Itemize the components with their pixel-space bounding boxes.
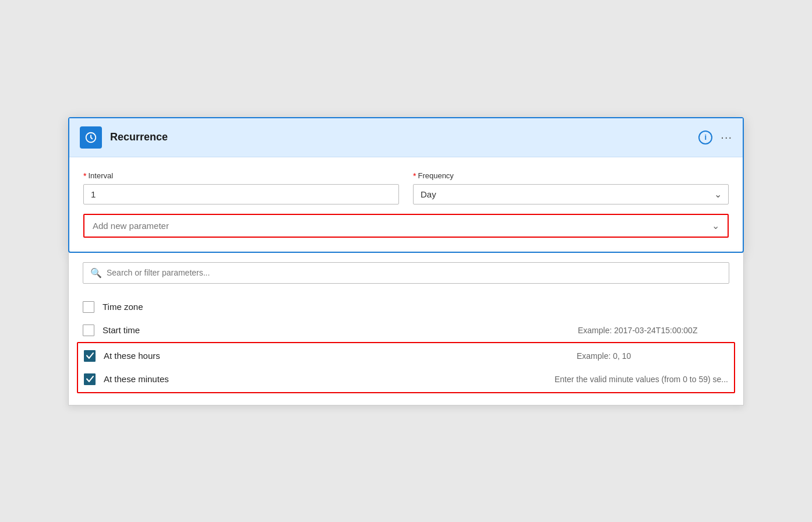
fields-row: * Interval * Frequency Day Week <box>83 171 729 204</box>
interval-input[interactable] <box>83 184 399 204</box>
card-title: Recurrence <box>110 131 698 143</box>
frequency-label: * Frequency <box>413 171 729 181</box>
at-these-minutes-label: At these minutes <box>104 374 531 384</box>
at-these-minutes-hint: Enter the valid minute values (from 0 to… <box>531 375 728 384</box>
start-time-hint: Example: 2017-03-24T15:00:00Z <box>555 326 729 335</box>
param-item-at-these-minutes: At these minutes Enter the valid minute … <box>84 368 728 391</box>
interval-group: * Interval <box>83 171 399 204</box>
info-button[interactable]: i <box>698 130 712 144</box>
dropdown-panel: 🔍 Time zone Start time Example: 2017-03-… <box>68 253 744 405</box>
checked-group: At these hours Example: 0, 10 At these m… <box>77 342 735 393</box>
add-param-chevron-icon[interactable]: ⌄ <box>704 220 728 231</box>
frequency-select[interactable]: Day Week Month Hour Minute Second <box>413 184 729 204</box>
at-these-minutes-checkbox[interactable] <box>84 373 96 385</box>
interval-label: * Interval <box>83 171 399 181</box>
checkmark-icon <box>86 352 94 359</box>
param-item-at-these-hours: At these hours Example: 0, 10 <box>84 344 728 368</box>
search-input[interactable] <box>107 268 722 277</box>
at-these-hours-hint: Example: 0, 10 <box>553 351 728 361</box>
add-param-input[interactable] <box>84 215 704 237</box>
add-param-row: ⌄ <box>83 214 729 238</box>
clock-icon <box>84 131 97 144</box>
time-zone-label: Time zone <box>103 302 729 312</box>
checkmark-icon-2 <box>86 375 94 383</box>
card-header: Recurrence i ··· <box>69 118 743 157</box>
start-time-label: Start time <box>103 325 555 335</box>
search-icon: 🔍 <box>90 267 102 278</box>
card-body: * Interval * Frequency Day Week <box>69 157 743 252</box>
param-item-start-time: Start time Example: 2017-03-24T15:00:00Z <box>83 319 729 342</box>
at-these-hours-checkbox[interactable] <box>84 350 96 362</box>
add-param-input-wrap[interactable]: ⌄ <box>83 214 729 238</box>
header-actions: i ··· <box>698 130 732 144</box>
more-options-button[interactable]: ··· <box>721 130 732 144</box>
param-item-time-zone: Time zone <box>83 295 729 319</box>
header-icon-wrap <box>80 126 102 149</box>
frequency-select-wrap: Day Week Month Hour Minute Second ⌄ <box>413 184 729 204</box>
search-wrap: 🔍 <box>83 262 729 284</box>
at-these-hours-label: At these hours <box>104 351 553 361</box>
frequency-required-star: * <box>413 171 416 181</box>
frequency-group: * Frequency Day Week Month Hour Minute S… <box>413 171 729 204</box>
interval-required-star: * <box>83 171 86 181</box>
time-zone-checkbox[interactable] <box>83 301 94 313</box>
start-time-checkbox[interactable] <box>83 325 94 336</box>
